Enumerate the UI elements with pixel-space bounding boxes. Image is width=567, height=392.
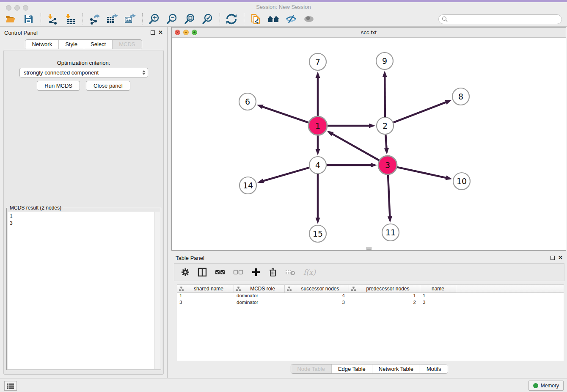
tab-mcds[interactable]: MCDS (112, 40, 141, 49)
node-label-10: 10 (457, 177, 467, 186)
titlebar: Session: New Session (0, 2, 567, 12)
node-table[interactable]: shared nameMCDS rolesuccessor nodesprede… (177, 284, 564, 361)
edge-arrowhead (327, 131, 334, 136)
network-window-title: scc.txt (172, 29, 566, 36)
table-panel-header: Table Panel ✕ (171, 252, 567, 264)
control-panel-header: Control Panel ✕ (0, 27, 167, 39)
deselect-all-icon[interactable] (233, 267, 243, 277)
table-settings-icon[interactable] (181, 267, 190, 277)
tab-node-table[interactable]: Node Table (291, 364, 331, 373)
optimization-criterion-select[interactable]: strongly connected component (19, 68, 148, 77)
show-all-icon[interactable] (303, 13, 315, 25)
edge-4-14[interactable] (263, 168, 309, 181)
import-network-icon[interactable] (46, 13, 59, 25)
search-field[interactable] (438, 14, 562, 24)
column-header-shared-name[interactable]: shared name (177, 284, 234, 293)
run-mcds-button[interactable]: Run MCDS (37, 81, 80, 91)
close-panel-button[interactable]: Close panel (86, 81, 130, 91)
edge-arrowhead (388, 216, 392, 223)
edge-2-9[interactable] (385, 76, 385, 117)
float-panel-icon[interactable] (151, 30, 155, 35)
edge-arrowhead (445, 100, 452, 105)
cell-shared-name[interactable]: 3 (177, 300, 234, 306)
search-input[interactable] (450, 16, 561, 22)
select-all-icon[interactable] (215, 267, 225, 277)
show-hide-columns-icon[interactable] (198, 267, 207, 277)
export-image-icon[interactable] (124, 13, 136, 25)
status-bar: Memory (0, 378, 567, 392)
optimization-criterion-value: strongly connected component (24, 69, 99, 76)
float-panel-icon[interactable] (550, 256, 555, 260)
memory-status-icon (533, 383, 538, 388)
zoom-fit-icon[interactable] (183, 13, 196, 25)
first-neighbors-icon[interactable] (267, 13, 280, 25)
network-window-titlebar[interactable]: × − + scc.txt (172, 28, 566, 38)
apply-layout-icon[interactable] (225, 13, 238, 25)
table-row[interactable]: 1dominator411 (177, 293, 564, 300)
tab-style[interactable]: Style (58, 40, 84, 49)
table-panel-tabs: Node TableEdge TableNetwork TableMotifs (290, 364, 448, 374)
table-panel: Table Panel ✕ f(x) shared nameMCDS rol (171, 252, 567, 376)
node-label-4: 4 (315, 160, 320, 170)
cell-MCDS-role[interactable]: dominator (234, 300, 285, 306)
tab-select[interactable]: Select (84, 40, 112, 49)
cell-name[interactable]: 3 (420, 300, 456, 306)
mcds-result-area[interactable]: 1 3 (8, 212, 160, 369)
export-network-icon[interactable] (88, 13, 101, 25)
optimization-criterion-label: Optimization criterion: (4, 60, 163, 66)
hide-selected-icon[interactable] (285, 13, 297, 25)
edge-1-6[interactable] (262, 107, 308, 123)
save-session-icon[interactable] (22, 13, 35, 25)
edge-3-1[interactable] (332, 134, 379, 160)
zoom-selected-icon[interactable] (201, 13, 214, 25)
delete-column-icon[interactable] (269, 267, 277, 277)
node-label-2: 2 (383, 121, 388, 130)
delete-table-icon[interactable] (285, 267, 295, 277)
network-canvas[interactable]: 7968124314101511 (172, 38, 566, 250)
close-panel-icon[interactable]: ✕ (558, 256, 563, 260)
table-row[interactable]: 3dominator323 (177, 300, 564, 306)
mcds-result-group: MCDS result (2 nodes) 1 3 (6, 208, 161, 370)
cell-MCDS-role[interactable]: dominator (234, 293, 285, 300)
apply-function-icon[interactable]: f(x) (303, 268, 316, 276)
column-header-successor-nodes[interactable]: successor nodes (285, 284, 349, 293)
edge-3-10[interactable] (397, 167, 446, 178)
table-toolbar: f(x) (174, 263, 564, 281)
edge-3-11[interactable] (388, 175, 390, 217)
column-header-name[interactable]: name (420, 284, 456, 293)
edge-2-3[interactable] (385, 135, 386, 149)
node-label-11: 11 (385, 228, 396, 237)
network-graph: 7968124314101511 (172, 38, 566, 250)
result-scrollbar[interactable] (154, 212, 160, 369)
memory-button[interactable]: Memory (528, 381, 564, 391)
tab-network-table[interactable]: Network Table (372, 364, 420, 373)
network-view-window: × − + scc.txt 7968124314101511 (171, 27, 566, 251)
tab-network[interactable]: Network (25, 40, 58, 49)
toolbar-separator (142, 13, 143, 25)
edge-2-8[interactable] (394, 102, 447, 122)
export-table-icon[interactable] (106, 13, 118, 25)
column-header-predecessor-nodes[interactable]: predecessor nodes (349, 284, 420, 293)
tab-edge-table[interactable]: Edge Table (331, 364, 372, 373)
task-history-button[interactable] (4, 381, 17, 391)
zoom-out-icon[interactable] (165, 13, 178, 25)
column-header-MCDS-role[interactable]: MCDS role (234, 284, 285, 293)
window-title: Session: New Session (0, 4, 567, 10)
search-icon (442, 16, 448, 22)
cell-successor-nodes[interactable]: 3 (285, 300, 349, 306)
cell-shared-name[interactable]: 1 (177, 293, 234, 300)
cell-predecessor-nodes[interactable]: 2 (349, 300, 420, 306)
add-column-icon[interactable] (251, 267, 261, 277)
zoom-in-icon[interactable] (148, 13, 160, 25)
duplicate-network-icon[interactable] (249, 13, 262, 25)
window-resize-grip[interactable] (366, 247, 372, 250)
import-table-icon[interactable] (64, 13, 77, 25)
control-panel-title: Control Panel (4, 30, 38, 36)
open-session-icon[interactable] (4, 13, 17, 25)
main-toolbar (0, 12, 567, 27)
cell-predecessor-nodes[interactable]: 1 (349, 293, 420, 300)
close-panel-icon[interactable]: ✕ (158, 30, 163, 35)
cell-successor-nodes[interactable]: 4 (285, 293, 349, 300)
cell-name[interactable]: 1 (420, 293, 456, 300)
tab-motifs[interactable]: Motifs (420, 364, 448, 373)
